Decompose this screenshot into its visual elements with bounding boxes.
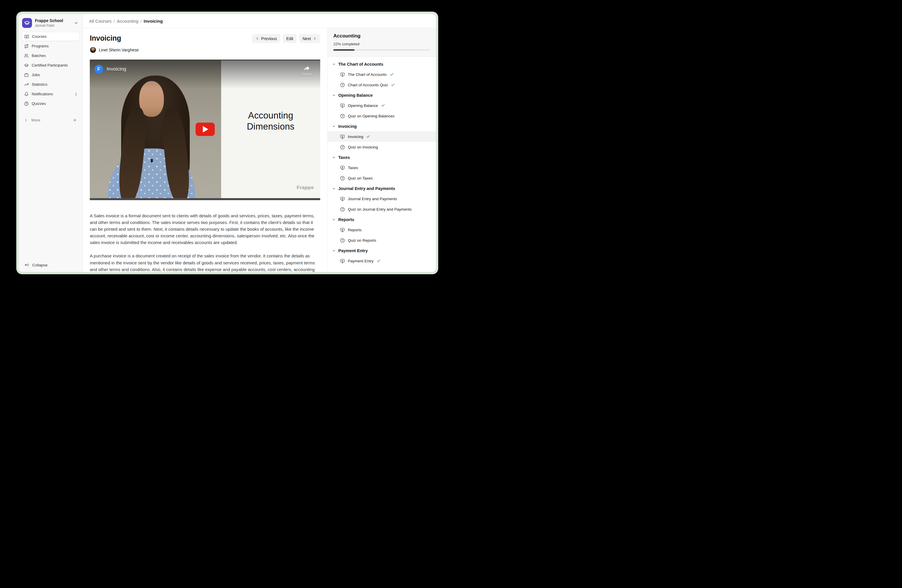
lesson-title: Taxes: [348, 166, 358, 170]
slide-title: Accounting Dimensions: [247, 110, 294, 132]
channel-avatar[interactable]: F: [94, 65, 103, 74]
sidebar-item-label: Batches: [32, 53, 46, 58]
sidebar-item-programs[interactable]: Programs: [22, 42, 80, 50]
lesson-title: The Chart of Accounts: [348, 72, 387, 77]
sidebar-item-courses[interactable]: Courses: [22, 32, 80, 41]
lesson-invoicing[interactable]: Invoicing: [327, 131, 436, 142]
sidebar-item-certified-participants[interactable]: Certified Participants: [22, 61, 80, 70]
edit-button[interactable]: Edit: [283, 34, 297, 43]
course-title: Accounting: [333, 33, 430, 39]
help-circle-icon: [340, 114, 345, 119]
lesson-title: Quiz on Reports: [348, 238, 376, 242]
collapse-sidebar-button[interactable]: Collapse: [24, 263, 48, 267]
completed-check-icon: [366, 134, 370, 139]
check-icon: [377, 259, 381, 263]
monitor-play-icon: [340, 196, 345, 201]
video-title[interactable]: Invoicing: [106, 66, 126, 72]
chapter-reports[interactable]: Reports: [327, 214, 436, 225]
users-icon: [24, 53, 29, 58]
sidebar-item-quizzes[interactable]: Quizzes: [22, 99, 80, 108]
workspace-switcher[interactable]: Frappe School Jannat Patel: [19, 14, 83, 31]
breadcrumb-course[interactable]: Accounting: [117, 19, 138, 23]
sidebar-item-batches[interactable]: Batches: [22, 51, 80, 60]
help-circle-icon: [340, 145, 345, 150]
chevron-right-icon: [24, 118, 28, 122]
play-button[interactable]: [196, 123, 215, 136]
chapter-payment-entry[interactable]: Payment Entry: [327, 246, 436, 256]
chevron-down-icon: [332, 63, 336, 66]
sidebar-item-notifications[interactable]: Notifications1: [22, 89, 80, 99]
progress-fill: [333, 49, 354, 50]
trending-up-icon: [24, 82, 29, 87]
monitor-play-icon: [340, 103, 345, 108]
lesson-journal-entry-and-payments[interactable]: Journal Entry and Payments: [327, 194, 436, 204]
collapse-left-icon: [24, 263, 29, 267]
help-circle-icon: [340, 238, 345, 243]
chapter-journal-entry-and-payments[interactable]: Journal Entry and Payments: [327, 183, 436, 194]
course-outline-panel: Accounting 22% completed The Chart of Ac…: [327, 28, 436, 272]
sidebar-item-jobs[interactable]: Jobs: [22, 70, 80, 79]
lesson-chart-of-accounts-quiz[interactable]: Chart of Accounts Quiz: [327, 80, 436, 90]
paragraph: A purchase invoice is a document created…: [90, 252, 320, 272]
lesson-title: Invoicing: [348, 134, 363, 139]
lesson-quiz-on-reports[interactable]: Quiz on Reports: [327, 235, 436, 246]
notification-count-badge: 1: [75, 92, 77, 96]
lesson-title: Quiz on Taxes: [348, 176, 373, 180]
chevron-down-icon: [74, 20, 78, 25]
lesson-title: Reports: [348, 228, 362, 232]
lesson-opening-balance[interactable]: Opening Balance: [327, 100, 436, 111]
chapter-opening-balance[interactable]: Opening Balance: [327, 90, 436, 100]
lesson-reports[interactable]: Reports: [327, 225, 436, 235]
lesson-taxes[interactable]: Taxes: [327, 163, 436, 173]
previous-button[interactable]: Previous: [252, 34, 280, 43]
lesson-title: Journal Entry and Payments: [348, 197, 397, 201]
author-name: Linet Sherin Varghese: [99, 48, 139, 52]
add-button[interactable]: [73, 118, 77, 122]
help-circle-icon: [340, 83, 345, 88]
chevron-left-icon: [255, 37, 259, 41]
next-button[interactable]: Next: [299, 34, 320, 43]
sidebar-item-label: Programs: [32, 44, 49, 48]
completed-check-icon: [381, 103, 385, 108]
app-window-frame: Frappe School Jannat Patel CoursesProgra…: [16, 12, 438, 274]
workspace-user: Jannat Patel: [35, 23, 71, 28]
lesson-content: Invoicing Previous Edit Next: [83, 28, 327, 272]
lesson-title: Opening Balance: [348, 103, 378, 108]
app-sidebar: Frappe School Jannat Patel CoursesProgra…: [19, 14, 83, 272]
lesson-quiz-on-journal-entry-and-payments[interactable]: Quiz on Journal Entry and Payments: [327, 204, 436, 214]
chapter-invoicing[interactable]: Invoicing: [327, 121, 436, 131]
check-icon: [391, 83, 395, 87]
page-title: Invoicing: [90, 34, 121, 42]
sidebar-item-label: Statistics: [32, 82, 47, 87]
sidebar-item-more[interactable]: More: [19, 116, 83, 124]
breadcrumb-all-courses[interactable]: All Courses: [89, 19, 111, 23]
course-header: Accounting 22% completed: [327, 28, 436, 57]
lesson-payment-entry[interactable]: Payment Entry: [327, 256, 436, 266]
frappe-school-logo: [22, 18, 32, 28]
chapter-taxes[interactable]: Taxes: [327, 152, 436, 163]
sidebar-item-statistics[interactable]: Statistics: [22, 80, 80, 89]
lesson-title: Quiz on Journal Entry and Payments: [348, 207, 412, 211]
monitor-play-icon: [340, 134, 345, 139]
chevron-down-icon: [332, 94, 336, 97]
share-button[interactable]: Share: [301, 65, 312, 77]
lesson-quiz-on-opening-balances[interactable]: Quiz on Opening Balances: [327, 111, 436, 121]
video-player[interactable]: Accounting Dimensions Frappe F Invoicing: [90, 59, 320, 200]
lesson-author: Linet Sherin Varghese: [90, 47, 320, 53]
completed-check-icon: [390, 72, 394, 77]
chevron-down-icon: [332, 187, 336, 190]
lesson-title: Chart of Accounts Quiz: [348, 83, 388, 87]
monitor-play-icon: [340, 258, 345, 263]
sidebar-item-label: Jobs: [32, 73, 40, 77]
chapter-the-chart-of-accounts[interactable]: The Chart of Accounts: [327, 59, 436, 69]
lesson-quiz-on-taxes[interactable]: Quiz on Taxes: [327, 173, 436, 183]
help-circle-icon: [340, 176, 345, 181]
lesson-the-chart-of-accounts[interactable]: The Chart of Accounts: [327, 69, 436, 80]
lesson-quiz-on-invoicing[interactable]: Quiz on Invoicing: [327, 142, 436, 152]
plus-icon: [73, 118, 77, 122]
workspace-title: Frappe School: [35, 18, 71, 23]
sidebar-item-label: Quizzes: [32, 102, 46, 106]
lesson-title: Quiz on Invoicing: [348, 145, 378, 149]
chevron-down-icon: [332, 218, 336, 221]
chevron-down-icon: [332, 249, 336, 252]
